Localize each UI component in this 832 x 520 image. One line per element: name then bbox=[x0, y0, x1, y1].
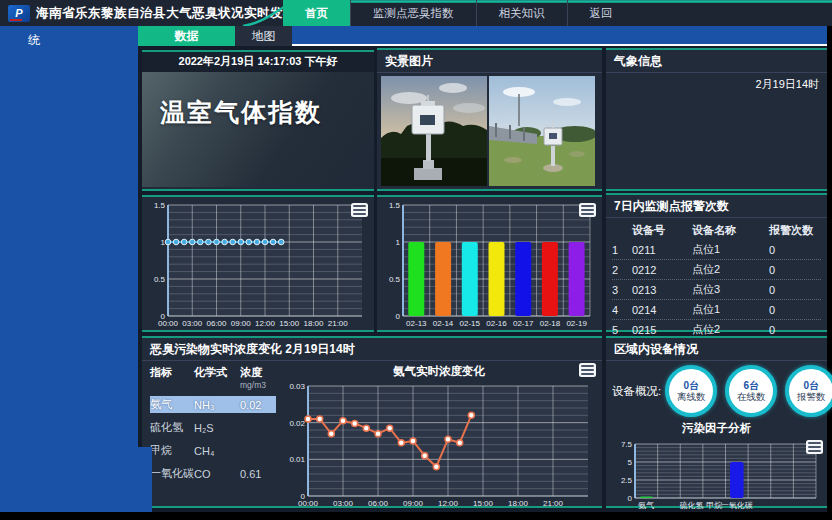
svg-text:12:00: 12:00 bbox=[255, 319, 276, 328]
nav-item-home[interactable]: 首页 bbox=[283, 0, 350, 26]
main-menu: 首页 监测点恶臭指数 相关知识 返回 bbox=[283, 0, 635, 26]
svg-text:02-16: 02-16 bbox=[486, 319, 507, 328]
svg-text:00:00: 00:00 bbox=[158, 319, 179, 328]
svg-text:0.5: 0.5 bbox=[154, 275, 166, 284]
svg-text:06:00: 06:00 bbox=[368, 499, 389, 508]
svg-text:甲烷: 甲烷 bbox=[706, 501, 722, 510]
stat-alarm: 0台 报警数 bbox=[785, 365, 832, 417]
svg-text:0: 0 bbox=[628, 494, 633, 503]
nav-item-odor-index[interactable]: 监测点恶臭指数 bbox=[350, 0, 476, 26]
stat-online: 6台 在线数 bbox=[725, 365, 777, 417]
nav-item-back[interactable]: 返回 bbox=[567, 0, 635, 26]
concentration-unit: mg/m3 bbox=[240, 380, 276, 390]
datetime-text: 2022年2月19日 14:17:03 下午好 bbox=[142, 52, 374, 72]
svg-text:02-14: 02-14 bbox=[433, 319, 454, 328]
svg-text:0: 0 bbox=[396, 312, 401, 321]
svg-text:氨气: 氨气 bbox=[638, 501, 654, 510]
svg-text:0.01: 0.01 bbox=[289, 455, 305, 464]
svg-text:03:00: 03:00 bbox=[333, 499, 354, 508]
svg-text:0.5: 0.5 bbox=[389, 275, 401, 284]
alarm-table-row: 40214点位10 bbox=[612, 300, 821, 320]
svg-text:03:00: 03:00 bbox=[182, 319, 203, 328]
col-device-name: 设备名称 bbox=[692, 223, 769, 238]
odor-panel-title: 恶臭污染物实时浓度变化 2月19日14时 bbox=[142, 338, 602, 361]
svg-text:02-19: 02-19 bbox=[566, 319, 587, 328]
svg-text:1.5: 1.5 bbox=[389, 201, 401, 210]
weather-panel-title: 气象信息 bbox=[606, 50, 827, 73]
weather-time: 2月19日14时 bbox=[606, 73, 827, 96]
col-device-id: 设备号 bbox=[632, 223, 692, 238]
device-overview: 设备概况: 0台 离线数 6台 在线数 0台 报警数 bbox=[606, 361, 827, 417]
chart-menu-icon[interactable] bbox=[579, 363, 596, 377]
svg-text:18:00: 18:00 bbox=[303, 319, 324, 328]
svg-text:2.5: 2.5 bbox=[621, 476, 633, 485]
photos-panel-title: 实景图片 bbox=[377, 50, 602, 73]
svg-text:06:00: 06:00 bbox=[206, 319, 227, 328]
svg-text:5: 5 bbox=[628, 458, 633, 467]
greenhouse-trend-panel: 00.511.500:0003:0006:0009:0012:0015:0018… bbox=[142, 195, 374, 332]
chart-menu-icon[interactable] bbox=[351, 203, 368, 217]
odor-panel: 恶臭污染物实时浓度变化 2月19日14时 指标 化学式 浓度 mg/m3 氨气N… bbox=[142, 336, 602, 508]
photo-gallery bbox=[377, 73, 602, 189]
photo-station-2 bbox=[489, 76, 595, 186]
odor-title-text: 恶臭污染物实时浓度变化 bbox=[150, 342, 282, 356]
tab-bar-filler bbox=[292, 26, 827, 46]
tab-data[interactable]: 数据 bbox=[138, 26, 235, 46]
device-stat-circles: 0台 离线数 6台 在线数 0台 报警数 bbox=[665, 365, 832, 417]
devices-panel: 区域内设备情况 设备概况: 0台 离线数 6台 在线数 0台 报警数 bbox=[606, 336, 827, 508]
chart-menu-icon[interactable] bbox=[579, 203, 596, 217]
svg-text:12:00: 12:00 bbox=[438, 499, 459, 508]
svg-text:09:00: 09:00 bbox=[231, 319, 252, 328]
svg-text:09:00: 09:00 bbox=[403, 499, 424, 508]
svg-text:15:00: 15:00 bbox=[473, 499, 494, 508]
pollutant-row-NH₃[interactable]: 氨气NH₃0.02 bbox=[150, 396, 276, 413]
col-alarm-count: 报警次数 bbox=[769, 223, 821, 238]
svg-text:硫化氢: 硫化氢 bbox=[680, 501, 704, 510]
svg-text:0.02: 0.02 bbox=[289, 419, 305, 428]
tab-map[interactable]: 地图 bbox=[235, 26, 292, 46]
alarm-table-row: 10211点位10 bbox=[612, 240, 821, 260]
greenhouse-daily-chart: 00.511.502-1302-1402-1502-1602-1702-1802… bbox=[377, 198, 598, 329]
col-formula: 化学式 bbox=[194, 365, 240, 390]
svg-text:02-15: 02-15 bbox=[460, 319, 481, 328]
nav-item-knowledge[interactable]: 相关知识 bbox=[476, 0, 567, 26]
svg-text:1.5: 1.5 bbox=[154, 201, 166, 210]
factor-analysis-title: 污染因子分析 bbox=[606, 417, 827, 437]
pollutant-row-CO[interactable]: 一氧化碳CO0.61 bbox=[150, 465, 276, 482]
ammonia-chart-area: 氨气实时浓度变化 00.010.020.0300:0003:0006:0009:… bbox=[276, 361, 602, 509]
svg-text:21:00: 21:00 bbox=[328, 319, 349, 328]
svg-text:15:00: 15:00 bbox=[279, 319, 300, 328]
photo-station-1 bbox=[381, 76, 487, 186]
svg-text:02-18: 02-18 bbox=[540, 319, 561, 328]
device-overview-label: 设备概况: bbox=[612, 384, 661, 399]
ammonia-chart-title: 氨气实时浓度变化 bbox=[276, 361, 602, 379]
app-root: P 海南省乐东黎族自治县大气恶臭状况实时发布系 首页 监测点恶臭指数 相关知识 … bbox=[0, 0, 832, 520]
svg-text:0.03: 0.03 bbox=[289, 382, 305, 391]
svg-text:1: 1 bbox=[396, 238, 401, 247]
greenhouse-daily-panel: 00.511.502-1302-1402-1502-1602-1702-1802… bbox=[377, 195, 602, 332]
devices-panel-title: 区域内设备情况 bbox=[606, 338, 827, 361]
svg-text:02-17: 02-17 bbox=[513, 319, 534, 328]
svg-text:18:00: 18:00 bbox=[508, 499, 529, 508]
sidebar-system-label: 统 bbox=[0, 26, 138, 49]
ammonia-trend-chart: 00.010.020.0300:0003:0006:0009:0012:0015… bbox=[282, 379, 596, 509]
chart-menu-icon[interactable] bbox=[806, 440, 823, 454]
greenhouse-trend-chart: 00.511.500:0003:0006:0009:0012:0015:0018… bbox=[142, 198, 370, 329]
left-sidebar: 统 bbox=[0, 26, 138, 512]
greeting-panel: 2022年2月19日 14:17:03 下午好 温室气体指数 bbox=[142, 50, 374, 191]
odor-time-text: 2月19日14时 bbox=[285, 342, 354, 356]
bottom-border bbox=[0, 512, 832, 520]
alarm-table-header: 设备号 设备名称 报警次数 bbox=[612, 220, 821, 240]
weather-panel: 气象信息 2月19日14时 bbox=[606, 48, 827, 191]
app-title: 海南省乐东黎族自治县大气恶臭状况实时发布系 bbox=[36, 5, 309, 22]
pollutant-table: 指标 化学式 浓度 mg/m3 氨气NH₃0.02硫化氢H₂S甲烷CH₄一氧化碳… bbox=[142, 361, 276, 509]
alarm-table-row: 30213点位30 bbox=[612, 280, 821, 300]
svg-text:7.5: 7.5 bbox=[621, 440, 633, 449]
pollutant-row-CH₄[interactable]: 甲烷CH₄ bbox=[150, 442, 276, 459]
factor-analysis-chart: 02.557.5氨气硫化氢甲烷一氧化碳 bbox=[609, 437, 824, 511]
svg-text:一氧化碳: 一氧化碳 bbox=[721, 501, 753, 510]
stat-offline: 0台 离线数 bbox=[665, 365, 717, 417]
pollutant-table-header: 指标 化学式 浓度 mg/m3 bbox=[150, 365, 276, 390]
alarm-table-row: 20212点位20 bbox=[612, 260, 821, 280]
pollutant-row-H₂S[interactable]: 硫化氢H₂S bbox=[150, 419, 276, 436]
